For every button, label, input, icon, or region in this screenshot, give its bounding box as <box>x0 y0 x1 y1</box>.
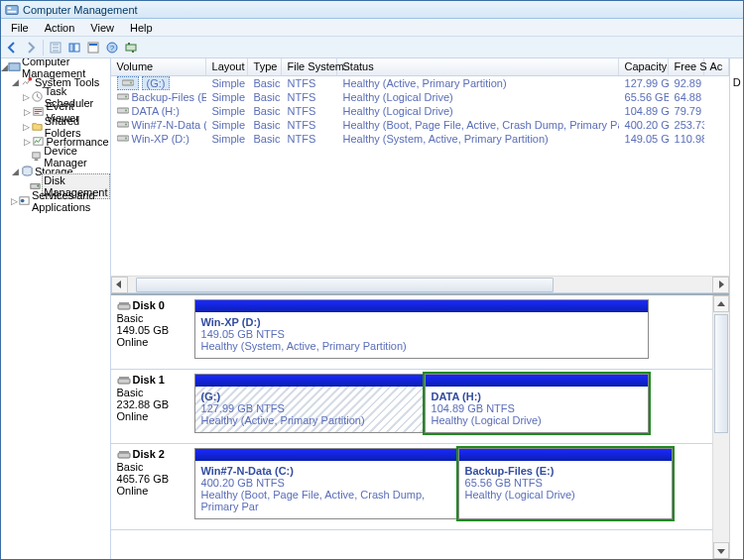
partition-status: Healthy (Logical Drive) <box>465 489 666 501</box>
volume-table-body[interactable]: (G:)SimpleBasicNTFSHealthy (Active, Prim… <box>111 76 730 276</box>
scroll-track[interactable] <box>128 277 713 293</box>
volume-capacity: 104.89 GB <box>619 105 669 117</box>
partition[interactable]: DATA (H:)104.89 GB NTFSHealthy (Logical … <box>425 374 649 433</box>
th-free[interactable]: Free S <box>669 58 704 75</box>
th-filesystem[interactable]: File System <box>282 58 337 75</box>
tree-services[interactable]: Services and Applications <box>31 189 110 213</box>
show-hide-tree-button[interactable] <box>65 39 83 56</box>
expand-icon[interactable]: ▷ <box>23 107 32 117</box>
partition-name: Win-XP (D:) <box>201 316 642 328</box>
th-volume[interactable]: Volume <box>111 58 206 75</box>
svg-rect-25 <box>122 80 134 85</box>
expand-icon[interactable]: ◢ <box>1 62 8 72</box>
horizontal-scrollbar[interactable] <box>111 276 730 292</box>
volume-name: (G:) <box>142 76 171 90</box>
expand-icon[interactable]: ▷ <box>23 137 32 147</box>
back-button[interactable] <box>3 39 21 56</box>
menu-action[interactable]: Action <box>37 21 83 35</box>
svg-rect-12 <box>132 51 134 53</box>
partition-status: Healthy (System, Active, Primary Partiti… <box>201 340 642 352</box>
volume-status: Healthy (Logical Drive) <box>337 105 619 117</box>
volume-row[interactable]: (G:)SimpleBasicNTFSHealthy (Active, Prim… <box>111 76 730 90</box>
disk-size: 232.88 GB <box>117 398 188 410</box>
disk-size: 465.76 GB <box>117 473 188 485</box>
scroll-left-button[interactable] <box>111 277 128 293</box>
svg-point-30 <box>125 110 127 112</box>
vertical-scrollbar[interactable] <box>712 295 729 559</box>
svg-rect-27 <box>117 94 129 99</box>
svg-rect-1 <box>8 7 12 9</box>
forward-button[interactable] <box>22 39 40 56</box>
disk-kind: Basic <box>117 461 188 473</box>
svg-rect-13 <box>9 63 20 70</box>
title-bar: Computer Management <box>1 1 743 19</box>
partition-header <box>459 449 672 461</box>
disk-info: Disk 1Basic232.88 GBOnline <box>117 374 188 433</box>
partition-body: Win#7-N-Data (C:)400.20 GB NTFSHealthy (… <box>195 461 457 518</box>
volume-name: DATA (H:) <box>132 105 180 117</box>
tree-pane[interactable]: ◢Computer Management ◢System Tools ▷Task… <box>1 58 111 559</box>
svg-rect-2 <box>8 10 17 12</box>
drive-icon <box>117 76 139 90</box>
scroll-down-button[interactable] <box>713 542 729 559</box>
scroll-thumb[interactable] <box>714 314 728 433</box>
menu-view[interactable]: View <box>82 21 122 35</box>
properties-button[interactable] <box>84 39 102 56</box>
svg-point-34 <box>125 138 127 140</box>
disk-info: Disk 0Basic149.05 GBOnline <box>117 299 188 359</box>
svg-rect-19 <box>35 159 39 161</box>
volume-fs: NTFS <box>282 133 337 145</box>
clock-icon <box>31 90 44 104</box>
svg-point-24 <box>21 199 25 203</box>
disk-icon <box>117 300 131 312</box>
actions-pane-letter: D <box>730 76 743 88</box>
svg-rect-18 <box>33 153 40 159</box>
partition[interactable]: (G:)127.99 GB NTFSHealthy (Active, Prima… <box>194 374 425 433</box>
svg-rect-0 <box>6 5 18 14</box>
scroll-track[interactable] <box>713 312 729 542</box>
partition-name: DATA (H:) <box>432 391 642 402</box>
volume-row[interactable]: Backup-Files (E:)SimpleBasicNTFSHealthy … <box>111 90 730 104</box>
partition[interactable]: Win#7-N-Data (C:)400.20 GB NTFSHealthy (… <box>194 448 458 519</box>
volume-row[interactable]: Win-XP (D:)SimpleBasicNTFSHealthy (Syste… <box>111 132 730 146</box>
expand-icon[interactable]: ▷ <box>11 196 18 206</box>
th-capacity[interactable]: Capacity <box>619 58 669 75</box>
system-tools-icon <box>20 75 34 89</box>
menu-help[interactable]: Help <box>122 21 161 35</box>
menu-bar: File Action View Help <box>1 19 743 37</box>
th-layout[interactable]: Layout <box>206 58 248 75</box>
partition[interactable]: Backup-Files (E:)65.56 GB NTFSHealthy (L… <box>458 448 673 519</box>
svg-rect-38 <box>119 377 129 379</box>
scroll-up-button[interactable] <box>713 295 729 312</box>
toolbar-separator <box>43 40 44 56</box>
partition-size: 127.99 GB NTFS <box>201 402 418 414</box>
partition-status: Healthy (Active, Primary Partition) <box>201 414 418 426</box>
volume-free: 64.88 <box>669 91 704 103</box>
expand-icon[interactable]: ▷ <box>23 92 31 102</box>
volume-free: 110.98 <box>669 133 704 145</box>
refresh-button[interactable] <box>122 39 140 56</box>
volume-free: 79.79 <box>669 105 704 117</box>
th-actions[interactable]: Ac <box>704 58 730 75</box>
volume-row[interactable]: DATA (H:)SimpleBasicNTFSHealthy (Logical… <box>111 104 730 118</box>
svg-rect-5 <box>74 44 79 52</box>
actions-pane-collapsed[interactable]: D <box>729 58 743 559</box>
expand-icon[interactable]: ◢ <box>11 167 20 176</box>
volume-status: Healthy (Logical Drive) <box>337 91 619 103</box>
disk-row: Disk 1Basic232.88 GBOnline (G:)127.99 GB… <box>111 370 730 444</box>
help-button[interactable]: ? <box>103 39 121 56</box>
volume-status: Healthy (System, Active, Primary Partiti… <box>337 133 619 145</box>
th-status[interactable]: Status <box>337 58 619 75</box>
storage-icon <box>20 165 34 178</box>
th-type[interactable]: Type <box>248 58 282 75</box>
expand-icon[interactable]: ◢ <box>11 77 20 87</box>
partition[interactable]: Win-XP (D:)149.05 GB NTFSHealthy (System… <box>194 299 649 359</box>
volume-row[interactable]: Win#7-N-Data (C:)SimpleBasicNTFSHealthy … <box>111 118 730 132</box>
scroll-thumb[interactable] <box>136 278 555 292</box>
disk-state: Online <box>117 485 188 497</box>
expand-icon[interactable]: ▷ <box>23 122 31 132</box>
scroll-right-button[interactable] <box>712 277 729 293</box>
menu-file[interactable]: File <box>3 21 37 35</box>
drive-icon <box>117 91 129 103</box>
up-button[interactable] <box>47 39 64 56</box>
